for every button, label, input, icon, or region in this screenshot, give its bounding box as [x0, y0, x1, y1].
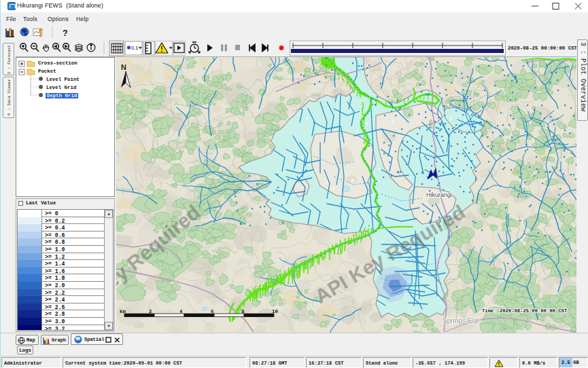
svg-text:SH1: SH1	[428, 119, 433, 129]
svg-text:0.1: 0.1	[131, 45, 138, 51]
svg-text:Hikurangi: Hikurangi	[426, 191, 452, 198]
svg-text:Springs Flat: Springs Flat	[443, 317, 479, 325]
svg-text:N: N	[121, 63, 126, 71]
svg-text:2020-08-25 00:00:00 CST: 2020-08-25 00:00:00 CST	[508, 45, 576, 51]
svg-text:Time: 2020-08-25 00:00:00 CST: Time: 2020-08-25 00:00:00 CST	[482, 308, 568, 314]
svg-text:?: ?	[63, 29, 68, 38]
